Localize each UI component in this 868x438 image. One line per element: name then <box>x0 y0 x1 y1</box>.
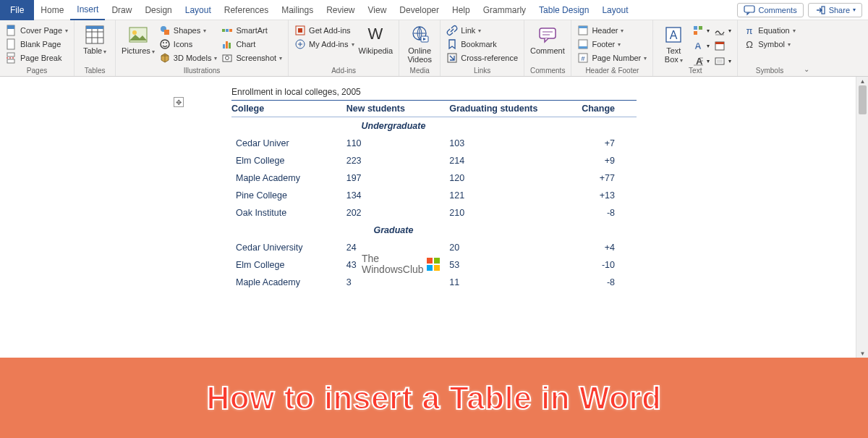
drop-cap-button[interactable]: A▾ <box>692 55 710 67</box>
banner-text: How to insert a Table in Word <box>207 380 662 416</box>
tab-layout[interactable]: Layout <box>179 0 218 20</box>
icons-button[interactable]: Icons <box>159 38 218 50</box>
get-addins-button[interactable]: Get Add-ins <box>294 25 354 36</box>
table-row[interactable]: Pine College134121+13 <box>231 187 637 204</box>
page-number-button[interactable]: #Page Number <box>577 52 647 64</box>
share-button[interactable]: Share ▾ <box>808 3 862 17</box>
cover-page-button[interactable]: Cover Page <box>6 25 68 36</box>
blank-page-button[interactable]: Blank Page <box>6 38 68 50</box>
equation-button[interactable]: πEquation <box>744 25 795 36</box>
group-label-illustrations: Illustrations <box>122 67 282 76</box>
svg-text:π: π <box>746 25 753 36</box>
table-button[interactable]: Table <box>80 22 109 55</box>
svg-rect-26 <box>229 43 231 49</box>
table-row[interactable]: Oak Institute202210-8 <box>231 204 637 222</box>
svg-text:W: W <box>368 25 383 43</box>
group-links: Link Bookmark Cross-reference Links <box>441 20 524 76</box>
table-caption: Enrollment in local colleges, 2005 <box>231 87 694 97</box>
page: ✥ Enrollment in local colleges, 2005 Col… <box>174 84 694 291</box>
table-row[interactable]: Maple Academy197120+77 <box>231 169 637 187</box>
scroll-up-icon[interactable]: ▲ <box>856 77 868 85</box>
group-label-tables: Tables <box>80 67 109 76</box>
footer-button[interactable]: Footer <box>577 38 647 50</box>
group-comments: Comment Comments <box>524 20 571 76</box>
ribbon-collapse-button[interactable]: ⌄ <box>801 20 812 76</box>
svg-text:A: A <box>695 41 702 51</box>
svg-rect-13 <box>86 26 103 29</box>
tab-references[interactable]: References <box>218 0 275 20</box>
tab-developer[interactable]: Developer <box>393 0 446 20</box>
symbol-button[interactable]: ΩSymbol <box>744 38 795 50</box>
signature-line-button[interactable]: ▾ <box>714 25 731 36</box>
group-symbols: πEquation ΩSymbol Symbols <box>738 20 801 76</box>
header-button[interactable]: Header <box>577 25 647 36</box>
ribbon: Cover Page Blank Page Page Break Pages T… <box>0 20 868 77</box>
section-header: Graduate <box>342 222 446 239</box>
tab-table-design[interactable]: Table Design <box>532 0 595 20</box>
svg-rect-42 <box>579 46 587 49</box>
scroll-down-icon[interactable]: ▼ <box>856 349 868 358</box>
svg-rect-47 <box>694 26 697 30</box>
link-button[interactable]: Link <box>446 25 518 36</box>
svg-point-15 <box>132 30 137 35</box>
online-videos-button[interactable]: Online Videos <box>405 22 434 64</box>
enrollment-table[interactable]: CollegeNew studentsGraduating studentsCh… <box>231 100 637 291</box>
pictures-button[interactable]: Pictures <box>122 22 155 55</box>
svg-rect-5 <box>7 53 14 56</box>
comments-label: Comments <box>758 6 796 14</box>
table-header: New students <box>342 101 446 117</box>
tab-view[interactable]: View <box>362 0 393 20</box>
table-row[interactable]: Elm College4353-10 <box>231 256 637 274</box>
object-button[interactable]: ▾ <box>714 55 731 67</box>
svg-rect-24 <box>223 44 225 49</box>
svg-rect-23 <box>229 29 232 32</box>
table-row[interactable]: Cedar Univer110103+7 <box>231 135 637 152</box>
svg-text:A: A <box>670 29 678 41</box>
table-row[interactable]: Elm College223214+9 <box>231 152 637 169</box>
text-box-button[interactable]: A Text Box <box>659 22 688 64</box>
tab-grammarly[interactable]: Grammarly <box>477 0 532 20</box>
3d-models-button[interactable]: 3D Models <box>159 52 218 64</box>
page-break-button[interactable]: Page Break <box>6 52 68 64</box>
cross-reference-button[interactable]: Cross-reference <box>446 52 518 64</box>
vertical-scrollbar[interactable]: ▲ ▼ <box>856 77 868 358</box>
screenshot-button[interactable]: Screenshot <box>221 52 282 64</box>
smartart-button[interactable]: SmartArt <box>221 25 282 36</box>
bookmark-button[interactable]: Bookmark <box>446 38 518 50</box>
tab-file[interactable]: File <box>0 0 34 20</box>
quick-parts-button[interactable]: ▾ <box>692 25 710 36</box>
tab-design[interactable]: Design <box>138 0 178 20</box>
group-media: Online Videos Media <box>399 20 441 76</box>
tab-help[interactable]: Help <box>446 0 477 20</box>
group-tables: Table Tables <box>75 20 116 76</box>
tab-insert[interactable]: Insert <box>70 0 105 20</box>
tab-mailings[interactable]: Mailings <box>275 0 320 20</box>
wikipedia-button[interactable]: W Wikipedia <box>359 22 393 55</box>
svg-rect-17 <box>164 30 169 35</box>
table-row[interactable]: Maple Academy311-8 <box>231 274 637 291</box>
group-label-links: Links <box>446 67 518 76</box>
tab-home[interactable]: Home <box>34 0 70 20</box>
scroll-thumb[interactable] <box>859 85 867 114</box>
ribbon-tabs: File HomeInsertDrawDesignLayoutReference… <box>0 0 868 20</box>
chart-button[interactable]: Chart <box>221 38 282 50</box>
table-row[interactable]: Cedar University2420+4 <box>231 239 637 256</box>
svg-point-20 <box>166 42 167 43</box>
svg-rect-25 <box>226 41 228 49</box>
wordart-button[interactable]: A▾ <box>692 40 710 51</box>
group-label-comments: Comments <box>530 67 565 76</box>
my-addins-button[interactable]: My Add-ins <box>294 38 354 50</box>
comment-button[interactable]: Comment <box>530 22 565 55</box>
shapes-button[interactable]: Shapes <box>159 25 218 36</box>
tab-draw[interactable]: Draw <box>105 0 138 20</box>
table-move-handle[interactable]: ✥ <box>174 97 184 107</box>
comments-button[interactable]: Comments <box>737 3 803 17</box>
group-label-hf: Header & Footer <box>577 67 647 76</box>
document-area[interactable]: ✥ Enrollment in local colleges, 2005 Col… <box>0 77 868 358</box>
svg-rect-22 <box>226 29 229 32</box>
tutorial-banner: How to insert a Table in Word <box>0 358 868 438</box>
group-label-addins: Add-ins <box>294 67 393 76</box>
tab-review[interactable]: Review <box>320 0 361 20</box>
tab-layout[interactable]: Layout <box>595 0 634 20</box>
date-time-button[interactable] <box>714 40 731 51</box>
